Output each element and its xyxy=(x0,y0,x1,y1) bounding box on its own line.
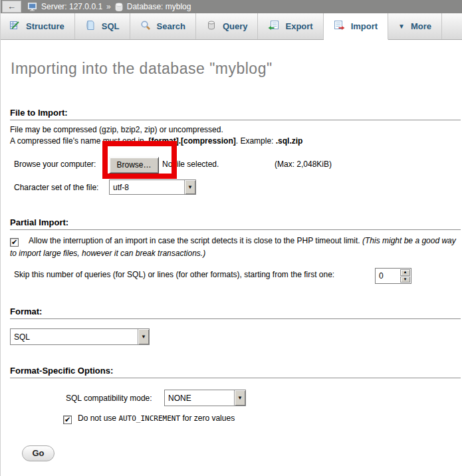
spinner-buttons: ▲ ▼ xyxy=(400,269,411,283)
breadcrumb-bar: ← Server: 127.0.0.1 » Database: myblog xyxy=(1,0,462,13)
format-specific-options-heading: Format-Specific Options: xyxy=(10,366,461,378)
tab-query-label: Query xyxy=(223,21,248,31)
tab-sql-label: SQL xyxy=(102,21,120,31)
export-icon xyxy=(268,20,279,33)
auto-increment-prefix: Do not use xyxy=(78,414,118,423)
skip-queries-value: 0 xyxy=(376,269,400,283)
skip-queries-input[interactable]: 0 ▲ ▼ xyxy=(375,268,411,284)
chevron-down-icon[interactable]: ▼ xyxy=(184,180,195,194)
go-button[interactable]: Go xyxy=(22,445,55,461)
allow-interruption-text: Allow the interruption of an import in c… xyxy=(29,236,362,245)
server-icon xyxy=(28,3,37,11)
compression-info-line1: File may be compressed (gzip, bzip2, zip… xyxy=(10,125,223,134)
tab-more-label: More xyxy=(411,21,431,31)
tab-search-label: Search xyxy=(157,21,185,31)
nav-panel-toggle-button[interactable]: ← xyxy=(2,1,21,13)
format-heading: Format: xyxy=(10,306,461,319)
file-to-import-heading: File to Import: xyxy=(10,108,461,120)
tab-export[interactable]: Export xyxy=(258,13,323,39)
chevron-down-icon[interactable]: ▼ xyxy=(138,329,149,344)
spinner-down-icon[interactable]: ▼ xyxy=(400,277,410,283)
format-select-value: SQL xyxy=(11,332,138,342)
tab-query[interactable]: Query xyxy=(196,13,259,39)
database-icon xyxy=(115,3,123,11)
format-select[interactable]: SQL ▼ xyxy=(10,328,150,345)
tab-bar: Structure SQL Search xyxy=(1,13,462,40)
sql-compat-select-value: NONE xyxy=(165,394,234,403)
line2-mid: . Example: xyxy=(236,136,276,146)
partial-import-heading: Partial Import: xyxy=(10,217,461,230)
page-title: Importing into the database "myblog" xyxy=(11,60,273,78)
breadcrumb-database-link[interactable]: Database: myblog xyxy=(127,2,191,11)
sql-compat-select[interactable]: NONE ▼ xyxy=(164,390,246,406)
skip-queries-label: Skip this number of queries (for SQL) or… xyxy=(14,270,334,279)
breadcrumb-server-link[interactable]: Server: 127.0.0.1 xyxy=(41,2,102,11)
partial-import-row: ✔Allow the interruption of an import in … xyxy=(10,235,459,260)
import-icon xyxy=(334,20,345,33)
tab-more[interactable]: ▼ More xyxy=(388,13,442,39)
auto-increment-keyword: AUTO_INCREMENT xyxy=(118,414,180,423)
spinner-up-icon[interactable]: ▲ xyxy=(400,269,410,276)
auto-increment-suffix: for zero values xyxy=(180,414,235,423)
auto-increment-row: ✔Do not use AUTO_INCREMENT for zero valu… xyxy=(63,414,235,424)
tab-structure-label: Structure xyxy=(26,21,64,31)
chevron-down-icon[interactable]: ▼ xyxy=(234,390,245,406)
allow-interruption-checkbox[interactable]: ✔ xyxy=(10,238,19,247)
browse-computer-label: Browse your computer: xyxy=(14,160,96,169)
phpmyadmin-import-page: ← Server: 127.0.0.1 » Database: myblog xyxy=(0,0,462,476)
tab-search[interactable]: Search xyxy=(130,13,196,39)
tabbar-filler xyxy=(442,13,462,39)
charset-label: Character set of the file: xyxy=(14,183,98,192)
line2-example: .sql.zip xyxy=(276,136,303,146)
max-upload-size-text: (Max: 2,048KiB) xyxy=(275,160,332,169)
tab-import-label: Import xyxy=(351,21,378,31)
tab-import[interactable]: Import xyxy=(324,13,388,40)
charset-select-value: utf-8 xyxy=(110,183,184,192)
auto-increment-checkbox[interactable]: ✔ xyxy=(63,416,72,424)
more-dropdown-arrow-icon: ▼ xyxy=(398,23,405,30)
charset-select[interactable]: utf-8 ▼ xyxy=(109,179,196,195)
sql-icon xyxy=(85,20,96,33)
structure-icon xyxy=(9,20,20,33)
query-database-icon xyxy=(206,20,217,33)
tab-sql[interactable]: SQL xyxy=(75,13,130,39)
breadcrumb-separator: » xyxy=(106,2,111,11)
search-icon xyxy=(140,20,151,33)
annotation-highlight-rectangle xyxy=(102,141,177,179)
tab-export-label: Export xyxy=(285,21,312,31)
tab-structure[interactable]: Structure xyxy=(1,13,75,39)
sql-compat-label: SQL compatibility mode: xyxy=(66,394,152,403)
